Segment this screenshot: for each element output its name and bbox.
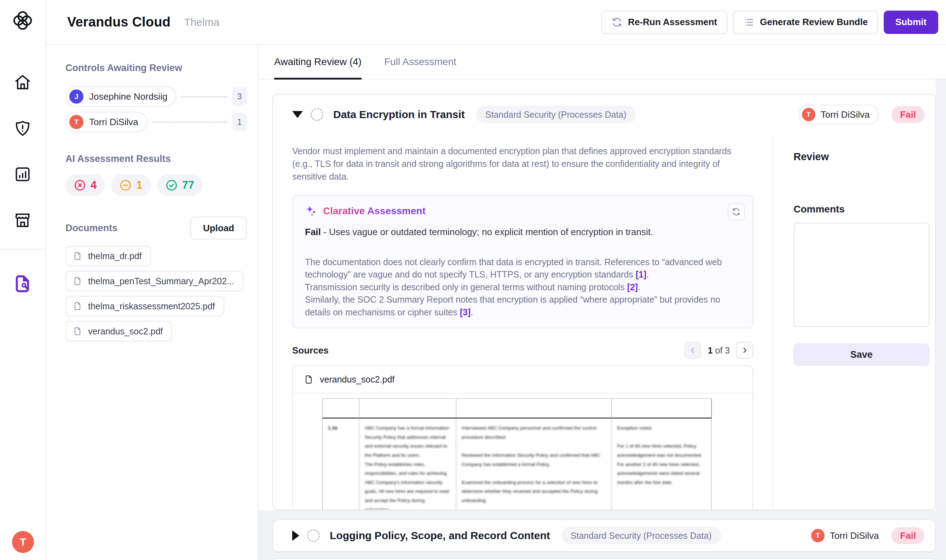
document-preview[interactable]: 1.1b ABC Company has a formal Informatio… (293, 394, 752, 509)
citation-1[interactable]: [1] (636, 269, 647, 279)
document-search-icon[interactable] (14, 274, 32, 293)
control-card-logging-policy[interactable]: Logging Policy, Scope, and Record Conten… (273, 519, 936, 552)
control-description: Vendor must implement and maintain a doc… (292, 145, 752, 183)
reviewer-count: 3 (232, 87, 247, 106)
generate-review-bundle-button[interactable]: Generate Review Bundle (733, 11, 878, 34)
topbar-actions: Re-Run Assessment Generate Review Bundle… (601, 11, 938, 34)
pass-count: 77 (182, 179, 194, 192)
file-icon (73, 302, 82, 311)
citation-2[interactable]: [2] (627, 282, 638, 292)
reviewer-count: 1 (232, 113, 247, 131)
document-chip[interactable]: thelma_dr.pdf (65, 246, 151, 266)
comments-heading: Comments (793, 204, 929, 215)
document-name: thelma_penTest_Summary_Apr202... (88, 276, 234, 286)
left-panel: Controls Awaiting Review J Josephine Nor… (46, 45, 258, 560)
file-icon (73, 327, 82, 336)
assessment-verdict: Fail - Uses vague or outdated terminolog… (305, 227, 741, 238)
document-name: verandus_soc2.pdf (88, 326, 163, 337)
circle-minus-icon (119, 179, 132, 192)
category-badge: Standard Security (Processes Data) (476, 106, 636, 123)
source-preview-card: verandus_soc2.pdf (292, 365, 753, 509)
document-name: thelma_riskassessment2025.pdf (88, 301, 215, 311)
tab-bar: Awaiting Review (4) Full Assessment (258, 45, 946, 80)
main-area: Awaiting Review (4) Full Assessment Data… (258, 45, 946, 560)
document-chip[interactable]: thelma_penTest_Summary_Apr202... (65, 271, 243, 291)
next-source-button[interactable] (736, 342, 753, 359)
document-chip[interactable]: thelma_riskassessment2025.pdf (65, 296, 224, 316)
file-icon (73, 277, 82, 286)
assignee-name: Torri DiSilva (821, 109, 870, 120)
comments-input[interactable] (793, 223, 929, 327)
reviewer-pill-torri[interactable]: T Torri DiSilva (65, 112, 148, 132)
pager-text: 1 of 3 (707, 345, 730, 355)
user-avatar[interactable]: T (12, 531, 34, 553)
verdict-summary: - Uses vague or outdated terminology; no… (321, 227, 653, 237)
scan-cell-procedure: Interviewed ABC Company personnel and co… (456, 418, 612, 509)
list-icon (743, 17, 755, 28)
save-button[interactable]: Save (793, 343, 929, 366)
reviewer-pill-josephine[interactable]: J Josephine Nordsiig (65, 86, 177, 107)
icon-rail: T (0, 0, 46, 560)
app-window: T Verandus Cloud Thelma Re-Run Assessmen… (0, 0, 946, 560)
control-card-header[interactable]: Data Encryption in Transit Standard Secu… (273, 94, 935, 135)
ai-assessment-results-heading: AI Assessment Results (65, 154, 247, 165)
assignee-name: Torri DiSilva (830, 530, 879, 541)
reviewer-list: J Josephine Nordsiig 3 T Torri DiSilva 1 (65, 86, 247, 132)
refresh-icon (732, 207, 741, 216)
status-badge: Fail (892, 527, 924, 544)
scan-header-cell (359, 399, 456, 418)
avatar: T (811, 529, 825, 542)
dotted-leader (182, 96, 227, 97)
file-icon (304, 375, 314, 384)
tab-full-assessment[interactable]: Full Assessment (384, 45, 456, 79)
chevron-left-icon (689, 346, 696, 354)
storefront-icon[interactable] (14, 211, 31, 229)
documents-heading: Documents (65, 223, 117, 234)
scrollbar-gutter[interactable] (936, 80, 946, 510)
rerun-assessment-button[interactable]: Re-Run Assessment (601, 11, 727, 34)
chart-bar-icon[interactable] (14, 165, 31, 183)
refresh-icon (611, 17, 622, 28)
verandus-logo-icon (11, 8, 35, 32)
scan-row-id: 1.1b (323, 418, 359, 509)
document-chip[interactable]: verandus_soc2.pdf (65, 321, 172, 342)
collapse-caret-icon[interactable] (292, 111, 303, 118)
clarative-assessment-panel: Clarative Assessment (292, 195, 753, 328)
project-name: Thelma (184, 16, 219, 28)
assignee-pill[interactable]: T Torri DiSilva (798, 105, 879, 125)
avatar: T (802, 108, 815, 121)
assessment-body: The documentation does not clearly confi… (305, 243, 733, 318)
status-dashed-circle-icon (311, 108, 324, 121)
control-title: Logging Policy, Scope, and Record Conten… (330, 529, 550, 542)
document-list: thelma_dr.pdf thelma_penTest_Summary_Apr… (65, 246, 247, 342)
expand-caret-icon[interactable] (292, 530, 299, 541)
fail-count: 4 (91, 179, 97, 192)
document-name: thelma_dr.pdf (88, 251, 142, 261)
previous-source-button[interactable] (684, 342, 701, 359)
scan-cell-control: ABC Company has a formal Information Sec… (359, 418, 456, 509)
app-title: Verandus Cloud (67, 14, 171, 30)
source-file-header[interactable]: verandus_soc2.pdf (293, 366, 752, 394)
tab-awaiting-review[interactable]: Awaiting Review (4) (274, 45, 362, 79)
submit-button[interactable]: Submit (884, 11, 938, 34)
pager-current: 1 (707, 345, 712, 355)
sources-pager: 1 of 3 (684, 342, 753, 359)
assessment-title: Clarative Assessment (323, 205, 425, 217)
category-badge: Standard Security (Processes Data) (561, 527, 721, 545)
warn-count-badge: 1 (111, 174, 150, 196)
bundle-label: Generate Review Bundle (760, 17, 868, 28)
reviewer-name: Josephine Nordsiig (89, 91, 167, 102)
shield-alert-icon[interactable] (14, 120, 31, 137)
home-icon[interactable] (14, 74, 31, 91)
status-badge: Fail (892, 106, 924, 123)
scan-header-cell (456, 399, 612, 418)
reviewer-row: T Torri DiSilva 1 (65, 112, 247, 132)
review-heading: Review (793, 151, 929, 163)
citation-3[interactable]: [3] (460, 307, 471, 317)
scan-header-cell (323, 399, 359, 418)
assignee: T Torri DiSilva (811, 529, 879, 542)
regenerate-assessment-button[interactable] (728, 203, 745, 220)
file-icon (73, 251, 82, 260)
upload-button[interactable]: Upload (190, 217, 247, 239)
rerun-label: Re-Run Assessment (628, 17, 717, 28)
